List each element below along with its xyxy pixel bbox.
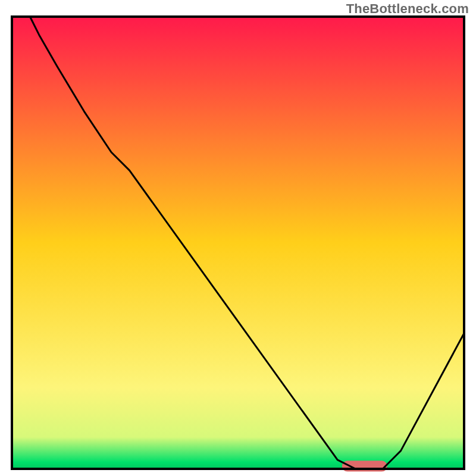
gradient-background [12,17,464,469]
chart-container: TheBottleneck.com [0,0,476,476]
bottleneck-chart [0,0,476,476]
